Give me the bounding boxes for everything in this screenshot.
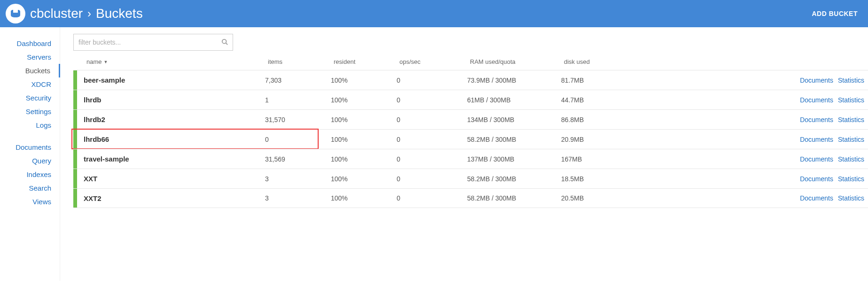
statistics-link[interactable]: Statistics [838, 77, 864, 84]
col-header-name[interactable]: name ▼ [80, 58, 268, 65]
bucket-ops: 0 [397, 155, 467, 163]
search-icon[interactable] [221, 39, 228, 46]
row-actions: DocumentsStatistics [641, 189, 868, 208]
bucket-name[interactable]: lhrdb66 [77, 135, 265, 143]
status-indicator [73, 130, 77, 149]
documents-link[interactable]: Documents [800, 155, 833, 163]
table-row[interactable]: travel-sample31,569100%0137MB / 300MB167… [73, 149, 868, 169]
row-actions: DocumentsStatistics [641, 149, 868, 169]
bucket-items: 0 [265, 136, 331, 143]
table-header: name ▼ items resident ops/sec RAM used/q… [73, 55, 868, 70]
sidebar-item-search[interactable]: Search [0, 181, 60, 195]
add-bucket-button[interactable]: ADD BUCKET [812, 10, 858, 17]
bucket-ram: 61MB / 300MB [467, 96, 561, 104]
topbar-left: cbcluster › Buckets [6, 4, 143, 23]
bucket-ops: 0 [397, 77, 467, 84]
table-row[interactable]: beer-sample7,303100%073.9MB / 300MB81.7M… [73, 70, 868, 90]
bucket-resident: 100% [331, 175, 397, 183]
bucket-disk: 18.5MB [561, 175, 641, 183]
couchbase-logo-icon [9, 7, 22, 20]
bucket-items: 7,303 [265, 77, 331, 84]
statistics-link[interactable]: Statistics [838, 116, 864, 123]
table-row[interactable]: lhrdb1100%061MB / 300MB44.7MBDocumentsSt… [73, 90, 868, 109]
sidebar-item-views[interactable]: Views [0, 195, 60, 208]
bucket-name[interactable]: beer-sample [77, 76, 265, 84]
bucket-ram: 58.2MB / 300MB [467, 194, 561, 202]
bucket-resident: 100% [331, 194, 397, 202]
documents-link[interactable]: Documents [800, 136, 833, 143]
row-actions: DocumentsStatistics [641, 110, 868, 129]
col-header-items[interactable]: items [268, 58, 334, 65]
table-row[interactable]: XXT23100%058.2MB / 300MB20.5MBDocumentsS… [73, 188, 868, 208]
row-actions: DocumentsStatistics [641, 70, 868, 90]
bucket-ops: 0 [397, 194, 467, 202]
bucket-items: 31,569 [265, 155, 331, 163]
bucket-items: 3 [265, 175, 331, 183]
row-actions: DocumentsStatistics [641, 130, 868, 149]
table-row[interactable]: lhrdb660100%058.2MB / 300MB20.9MBDocumen… [73, 129, 868, 149]
status-indicator [73, 149, 77, 169]
filter-buckets-input[interactable] [78, 39, 221, 46]
bucket-ram: 58.2MB / 300MB [467, 175, 561, 183]
sidebar-item-logs[interactable]: Logs [0, 118, 60, 132]
table-row[interactable]: lhrdb231,570100%0134MB / 300MB86.8MBDocu… [73, 109, 868, 129]
bucket-disk: 20.5MB [561, 194, 641, 202]
bucket-items: 31,570 [265, 116, 331, 123]
documents-link[interactable]: Documents [800, 175, 833, 183]
cluster-name[interactable]: cbcluster [30, 6, 83, 21]
bucket-resident: 100% [331, 116, 397, 123]
bucket-ram: 134MB / 300MB [467, 116, 561, 123]
statistics-link[interactable]: Statistics [838, 155, 864, 163]
svg-point-0 [222, 39, 227, 43]
row-actions: DocumentsStatistics [641, 90, 868, 109]
breadcrumb: cbcluster › Buckets [30, 6, 143, 21]
col-header-resident[interactable]: resident [334, 58, 399, 65]
bucket-name[interactable]: XXT [77, 175, 265, 183]
col-header-ram[interactable]: RAM used/quota [470, 58, 564, 65]
documents-link[interactable]: Documents [800, 77, 833, 84]
col-header-disk[interactable]: disk used [564, 58, 644, 65]
bucket-resident: 100% [331, 77, 397, 84]
sidebar-item-security[interactable]: Security [0, 91, 60, 105]
statistics-link[interactable]: Statistics [838, 175, 864, 183]
status-indicator [73, 110, 77, 129]
bucket-items: 3 [265, 194, 331, 202]
col-header-ops[interactable]: ops/sec [399, 58, 470, 65]
table-row[interactable]: XXT3100%058.2MB / 300MB18.5MBDocumentsSt… [73, 169, 868, 188]
status-indicator [73, 169, 77, 188]
table-body: beer-sample7,303100%073.9MB / 300MB81.7M… [73, 70, 868, 208]
bucket-disk: 81.7MB [561, 77, 641, 84]
sidebar-item-settings[interactable]: Settings [0, 105, 60, 118]
bucket-resident: 100% [331, 136, 397, 143]
sidebar-item-buckets[interactable]: Buckets [0, 64, 60, 77]
sidebar: DashboardServersBucketsXDCRSecuritySetti… [0, 27, 60, 281]
filter-wrap[interactable] [73, 34, 233, 51]
bucket-disk: 167MB [561, 155, 641, 163]
bucket-ops: 0 [397, 136, 467, 143]
sidebar-gap [0, 132, 60, 140]
statistics-link[interactable]: Statistics [838, 136, 864, 143]
bucket-name[interactable]: travel-sample [77, 155, 265, 163]
col-header-name-label: name [86, 58, 102, 65]
sidebar-item-documents[interactable]: Documents [0, 140, 60, 154]
documents-link[interactable]: Documents [800, 96, 833, 104]
documents-link[interactable]: Documents [800, 116, 833, 123]
statistics-link[interactable]: Statistics [838, 194, 864, 202]
documents-link[interactable]: Documents [800, 194, 833, 202]
bucket-name[interactable]: lhrdb2 [77, 116, 265, 123]
bucket-ram: 58.2MB / 300MB [467, 136, 561, 143]
bucket-ram: 73.9MB / 300MB [467, 77, 561, 84]
status-indicator [73, 90, 77, 109]
statistics-link[interactable]: Statistics [838, 96, 864, 104]
sidebar-item-indexes[interactable]: Indexes [0, 168, 60, 181]
bucket-name[interactable]: lhrdb [77, 96, 265, 104]
couchbase-logo[interactable] [6, 4, 25, 23]
bucket-disk: 44.7MB [561, 96, 641, 104]
sidebar-item-query[interactable]: Query [0, 154, 60, 168]
bucket-name[interactable]: XXT2 [77, 194, 265, 202]
sidebar-item-servers[interactable]: Servers [0, 50, 60, 64]
sidebar-item-dashboard[interactable]: Dashboard [0, 37, 60, 50]
sidebar-item-xdcr[interactable]: XDCR [0, 77, 60, 91]
chevron-right-icon: › [87, 7, 91, 20]
sort-caret-icon: ▼ [104, 60, 108, 64]
